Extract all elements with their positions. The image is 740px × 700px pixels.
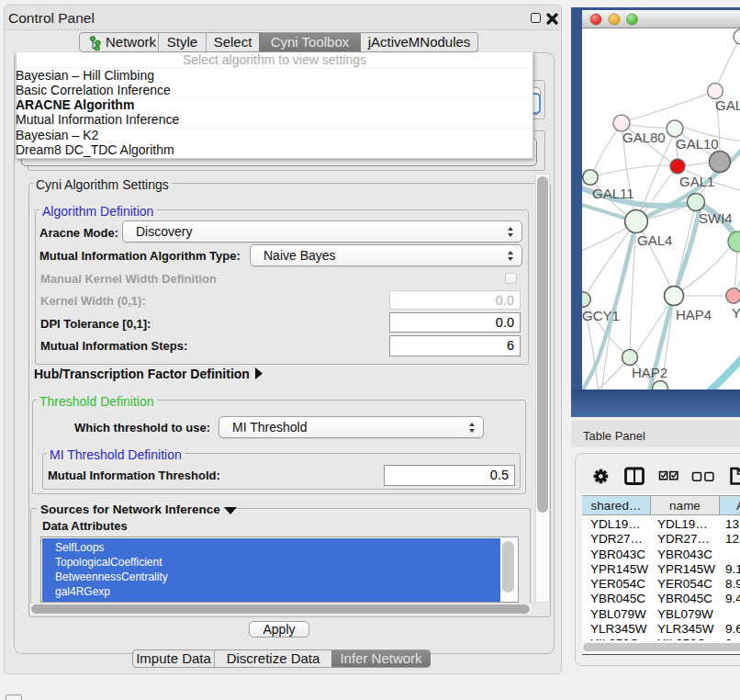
svg-text:SWI4: SWI4	[699, 210, 733, 226]
svg-text:GAL80: GAL80	[622, 130, 666, 145]
svg-text:YJ: YJ	[732, 305, 740, 321]
svg-text:GAL4: GAL4	[637, 232, 672, 248]
svg-text:GAL11: GAL11	[592, 186, 634, 201]
svg-text:GAL1: GAL1	[679, 174, 714, 189]
svg-text:HAP2: HAP2	[632, 365, 667, 380]
svg-text:GAL2: GAL2	[715, 97, 740, 113]
svg-text:HAP4: HAP4	[676, 307, 712, 322]
svg-text:GAL10: GAL10	[676, 136, 719, 152]
svg-text:GCY1: GCY1	[582, 308, 620, 323]
